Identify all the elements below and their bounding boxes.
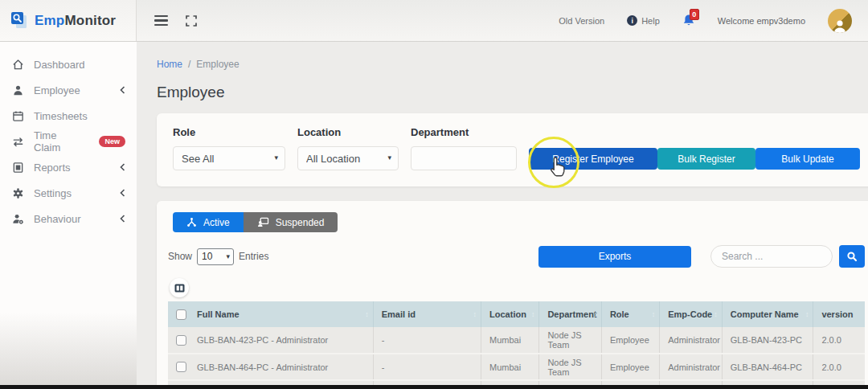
topbar: EmpMonitor Old Version i Help 0 Welcome … [0, 0, 868, 42]
network-icon [186, 217, 197, 227]
old-version-link[interactable]: Old Version [559, 16, 604, 26]
table-row: GLB-BAN-464-PC - Administrator - Mumbai … [168, 354, 865, 380]
brand-text: EmpMonitor [35, 13, 116, 29]
chevron-left-icon [120, 215, 125, 223]
sort-icon[interactable]: ↕ [531, 310, 535, 318]
sidebar: Dashboard Employee Timesheets Time Claim [0, 42, 137, 389]
entries-label: Entries [239, 251, 268, 262]
sidebar-item-time-claim[interactable]: Time Claim New [0, 129, 137, 154]
sidebar-item-employee[interactable]: Employee [0, 77, 137, 103]
home-icon [11, 59, 24, 71]
chevron-left-icon [120, 163, 125, 171]
show-entries-control: Show 10 ▾ Entries [168, 248, 268, 265]
department-label: Department [411, 126, 517, 138]
chevron-left-icon [120, 189, 125, 197]
filter-card: Role See All ▾ Location All Location ▾ D… [157, 113, 868, 186]
chevron-left-icon [120, 86, 125, 94]
role-label: Role [173, 126, 285, 138]
fullscreen-icon[interactable] [186, 15, 197, 27]
monitor-user-icon [257, 217, 269, 227]
employee-action-buttons: Register Employee Bulk Register Bulk Upd… [529, 148, 860, 170]
notification-badge: 0 [690, 9, 699, 20]
sidebar-item-dashboard[interactable]: Dashboard [0, 51, 137, 77]
search-button[interactable] [839, 245, 865, 268]
brand[interactable]: EmpMonitor [0, 0, 137, 41]
tab-suspended[interactable]: Suspended [244, 212, 338, 232]
exports-button[interactable]: Exports [538, 246, 691, 268]
employee-table: Full Name↕ Email id↕ Location↕ Departmen… [168, 301, 865, 389]
location-filter-group: Location All Location ▾ [297, 126, 399, 170]
search-input[interactable] [710, 245, 833, 268]
table-header-row: Full Name↕ Email id↕ Location↕ Departmen… [168, 301, 865, 327]
role-select[interactable]: See All [173, 146, 285, 170]
sort-icon[interactable]: ↕ [805, 310, 809, 318]
sidebar-item-timesheets[interactable]: Timesheets [0, 103, 137, 129]
role-filter-group: Role See All ▾ [173, 126, 285, 170]
empmonitor-logo-icon [10, 11, 29, 30]
sidebar-item-reports[interactable]: Reports [0, 154, 137, 180]
menu-icon[interactable] [154, 15, 168, 26]
report-icon [11, 162, 24, 174]
notifications-button[interactable]: 0 [682, 14, 695, 27]
department-filter-group: Department [411, 126, 517, 170]
bulk-update-button[interactable]: Bulk Update [755, 148, 860, 170]
location-label: Location [297, 126, 399, 138]
columns-icon [174, 284, 185, 293]
select-all-checkbox[interactable] [176, 309, 186, 320]
video-letterbox [0, 385, 868, 389]
sidebar-item-settings[interactable]: Settings [0, 180, 137, 206]
sort-icon[interactable]: ↕ [365, 310, 369, 318]
sort-icon[interactable]: ↕ [714, 310, 718, 318]
status-tabs: Active Suspended [173, 212, 865, 232]
department-input[interactable] [411, 146, 517, 170]
welcome-text: Welcome empv3demo [718, 16, 805, 26]
swap-arrows-icon [11, 137, 24, 147]
column-visibility-button[interactable] [170, 278, 189, 297]
employee-list-card: Active Suspended Show 10 ▾ [157, 201, 868, 389]
breadcrumb-current: Employee [196, 59, 239, 70]
register-employee-button[interactable]: Register Employee [529, 148, 657, 170]
sort-icon[interactable]: ↕ [473, 310, 477, 318]
bulk-register-button[interactable]: Bulk Register [657, 148, 755, 170]
sidebar-item-behaviour[interactable]: Behaviour [0, 206, 137, 231]
row-checkbox[interactable] [176, 362, 186, 372]
user-icon [11, 84, 24, 96]
breadcrumb-home-link[interactable]: Home [157, 59, 182, 70]
person-icon [832, 18, 848, 33]
location-select[interactable]: All Location [297, 146, 399, 170]
avatar[interactable] [828, 9, 852, 33]
search-control [710, 245, 865, 268]
show-label: Show [168, 251, 192, 262]
user-gear-icon [11, 213, 24, 225]
new-badge: New [99, 136, 125, 147]
search-icon [846, 251, 858, 262]
sort-icon[interactable]: ↕ [652, 310, 656, 318]
tab-active[interactable]: Active [173, 212, 244, 232]
table-row: GLB-BAN-423-PC - Administrator - Mumbai … [168, 327, 865, 354]
calendar-icon [11, 110, 24, 122]
info-icon: i [627, 15, 637, 26]
sort-icon[interactable]: ↕ [593, 310, 597, 318]
page-title: Employee [157, 84, 868, 101]
row-checkbox[interactable] [176, 335, 186, 346]
breadcrumb: Home / Employee [157, 59, 868, 70]
gear-icon [11, 187, 24, 199]
help-link[interactable]: i Help [627, 15, 660, 26]
entries-per-page-select[interactable]: 10 [197, 248, 234, 265]
